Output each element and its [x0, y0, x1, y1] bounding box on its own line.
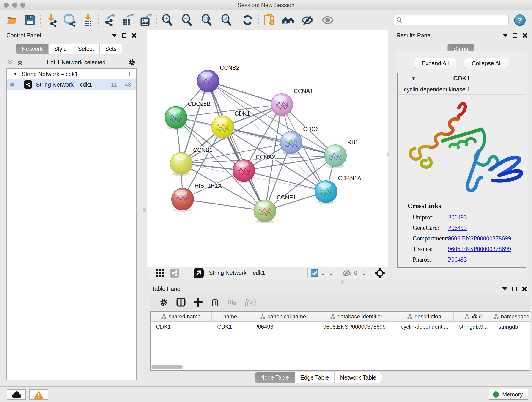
crosslink-label: Uniprot:	[413, 214, 448, 221]
tab-network-table[interactable]: Network Table	[335, 372, 382, 383]
collapse-all-button[interactable]: Collapse All	[464, 58, 509, 69]
tab-edge-table[interactable]: Edge Table	[295, 372, 335, 383]
column-header[interactable]: namespace	[493, 312, 530, 321]
export-table-button[interactable]	[121, 13, 134, 27]
panel-menu-icon[interactable]	[112, 34, 117, 37]
crosslink-genecard-link[interactable]: P06493	[448, 224, 467, 231]
bottom-splitter-handle[interactable]	[341, 280, 344, 284]
network-view-canvas[interactable]: CCNB2CCNA1CDC25BCDK1CDC6RB1CCNB1CCNA2CDK…	[147, 30, 388, 267]
birds-eye-grid-icon[interactable]	[156, 269, 165, 278]
table-horizontal-scrollbar[interactable]	[152, 365, 529, 369]
zoom-out-button[interactable]	[180, 13, 194, 27]
bar-separator	[307, 268, 308, 278]
column-header[interactable]: name	[212, 312, 249, 321]
open-in-new-window-icon[interactable]	[194, 268, 204, 278]
show-columns-icon[interactable]	[177, 298, 186, 307]
warnings-button[interactable]	[29, 389, 48, 400]
control-panel-tabs: Network Style Select Sets	[16, 44, 122, 54]
expand-all-button[interactable]: Expand All	[414, 58, 456, 69]
scrollbar-thumb[interactable]	[152, 365, 183, 369]
refresh-button[interactable]	[241, 13, 254, 27]
help-button[interactable]: ?	[514, 14, 526, 26]
tab-style[interactable]: Style	[49, 44, 73, 54]
create-column-plus-icon[interactable]	[194, 298, 203, 307]
crosslink-tissues-link[interactable]: 9606.ENSP00000378699	[448, 245, 511, 253]
toolbar-search	[393, 15, 509, 26]
network-graph[interactable]: CCNB2CCNA1CDC25BCDK1CDC6RB1CCNB1CCNA2CDK…	[147, 30, 388, 267]
column-header[interactable]: description	[395, 312, 454, 321]
float-panel-icon[interactable]	[513, 33, 517, 38]
node-label-CDC6: CDC6	[303, 126, 319, 132]
table-row[interactable]: CDK1 CDK1 P06493 9606.ENSP00000378699 cy…	[151, 322, 530, 332]
tab-select[interactable]: Select	[72, 44, 99, 54]
collapse-all-icon[interactable]	[6, 59, 13, 65]
panel-menu-icon[interactable]	[503, 34, 508, 37]
fit-content-button[interactable]	[200, 13, 213, 27]
status-bar: Memory	[0, 386, 532, 402]
crosslink-uniprot-link[interactable]: P06493	[448, 214, 467, 221]
table-panel-title: Table Panel	[152, 286, 182, 292]
cloud-status-button[interactable]	[7, 389, 26, 400]
collection-expand-icon[interactable]: ▼	[13, 71, 18, 77]
delete-column-trash-icon[interactable]	[211, 298, 219, 307]
zoom-selected-button[interactable]	[220, 13, 233, 27]
bar-separator	[371, 268, 371, 278]
tab-sets[interactable]: Sets	[100, 44, 122, 54]
save-session-button[interactable]	[23, 13, 37, 27]
memory-status-button[interactable]: Memory	[489, 389, 528, 400]
export-image-button[interactable]	[139, 13, 152, 27]
tab-network[interactable]: Network	[16, 44, 49, 54]
crosslink-label: Pharos:	[413, 256, 448, 263]
table-type-tabs: Node Table Edge Table Network Table	[254, 372, 382, 383]
control-panel-title: Control Panel	[6, 32, 41, 39]
hidden-eye-slash-icon[interactable]	[342, 269, 351, 277]
import-network-file-button[interactable]	[45, 13, 58, 27]
current-network-dot-icon	[10, 83, 14, 87]
warning-icon	[33, 390, 44, 400]
export-network-button[interactable]	[103, 13, 116, 27]
tab-node-table[interactable]: Node Table	[255, 372, 295, 383]
float-panel-icon[interactable]	[512, 287, 517, 291]
crosslink-compartments-link[interactable]: 9606.ENSP00000378699	[448, 235, 511, 242]
cytoscape-window: Session: New Session	[0, 0, 532, 402]
column-header[interactable]: @id	[454, 312, 493, 321]
network-row[interactable]: String Network – cdk1 11 48	[7, 79, 136, 90]
function-builder-icon[interactable]: f(x)	[245, 298, 256, 307]
protein-details-card: ▼ CDK1 cyclin-dependent kinase 1	[397, 73, 526, 268]
crosshair-icon[interactable]	[375, 268, 385, 278]
import-network-database-button[interactable]	[63, 13, 76, 27]
left-splitter-handle[interactable]	[143, 208, 146, 211]
crosslink-pharos-link[interactable]: P06493	[448, 256, 467, 263]
column-header[interactable]: database identifier	[318, 312, 395, 321]
column-header[interactable]: canonical name	[249, 312, 318, 321]
table-panel: Table Panel	[147, 284, 532, 386]
first-neighbors-button[interactable]	[282, 13, 295, 27]
database-icon	[63, 13, 76, 27]
hierarchy-icon	[494, 314, 499, 319]
bar-separator	[185, 268, 185, 278]
panel-menu-icon[interactable]	[502, 287, 507, 291]
column-header[interactable]: shared name	[151, 312, 212, 321]
open-session-button[interactable]	[6, 13, 19, 27]
float-panel-icon[interactable]	[122, 33, 127, 38]
close-panel-icon[interactable]	[522, 33, 527, 38]
selected-node-edge-counts: 1 - 0	[321, 269, 333, 276]
hierarchy-icon	[407, 314, 412, 319]
new-network-from-selection-button[interactable]	[262, 13, 276, 27]
network-options-gear-icon[interactable]	[128, 58, 136, 66]
expand-all-icon[interactable]	[17, 59, 23, 65]
houses-icon	[282, 14, 295, 26]
hide-selection-button[interactable]	[301, 13, 314, 27]
close-panel-icon[interactable]	[522, 287, 527, 292]
network-collection-row[interactable]: ▼ String Network – cdk1 1	[7, 69, 136, 79]
string-tab-icon[interactable]	[170, 269, 179, 278]
zoom-in-button[interactable]	[161, 13, 174, 27]
close-panel-icon[interactable]	[132, 33, 137, 38]
delete-table-icon[interactable]	[227, 298, 236, 306]
show-all-button[interactable]	[321, 13, 334, 27]
import-table-file-button[interactable]	[81, 13, 95, 27]
selected-checkbox-icon[interactable]	[311, 269, 318, 277]
search-input[interactable]	[405, 17, 505, 23]
cloud-icon	[10, 390, 22, 399]
table-options-gear-icon[interactable]	[159, 298, 168, 307]
